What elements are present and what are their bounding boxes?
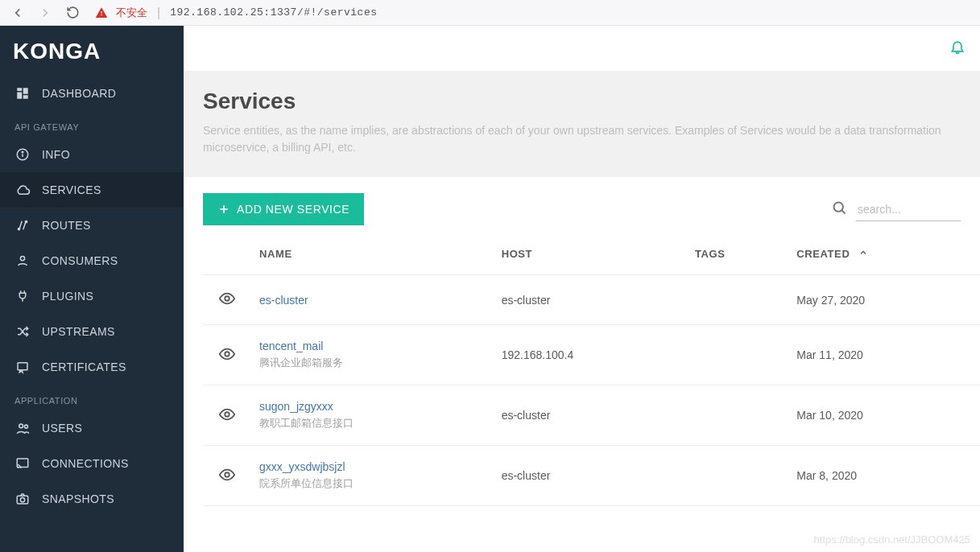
camera-icon bbox=[14, 491, 31, 507]
service-name[interactable]: sugon_jzgyxxx bbox=[259, 400, 486, 413]
col-name[interactable]: NAME bbox=[251, 233, 494, 275]
service-name[interactable]: gxxx_yxsdwjbsjzl bbox=[259, 460, 486, 473]
svg-rect-2 bbox=[17, 93, 22, 99]
col-tags[interactable]: TAGS bbox=[687, 233, 788, 275]
table-row[interactable]: tencent_mail腾讯企业邮箱服务192.168.100.4Mar 11,… bbox=[203, 325, 980, 385]
person-icon bbox=[14, 253, 31, 269]
visibility-icon[interactable] bbox=[218, 297, 236, 310]
visibility-icon[interactable] bbox=[218, 473, 236, 486]
svg-point-11 bbox=[19, 423, 23, 427]
service-created: Mar 8, 2020 bbox=[788, 446, 980, 506]
page-description: Service entities, as the name implies, a… bbox=[203, 122, 961, 156]
sidebar-item-label: PLUGINS bbox=[42, 290, 93, 303]
svg-rect-3 bbox=[23, 95, 28, 99]
svg-line-19 bbox=[842, 210, 846, 213]
main-content: Services Service entities, as the name i… bbox=[184, 26, 980, 552]
insecure-label: 不安全 bbox=[116, 6, 147, 20]
svg-rect-14 bbox=[17, 496, 28, 504]
sidebar-item-label: CONSUMERS bbox=[42, 254, 118, 267]
forward-button[interactable] bbox=[34, 2, 56, 24]
service-tags bbox=[687, 446, 788, 506]
reload-button[interactable] bbox=[61, 2, 84, 24]
svg-rect-0 bbox=[17, 88, 22, 91]
logo: KONGA bbox=[0, 32, 184, 76]
sidebar: KONGA DASHBOARD API GATEWAY INFO SERVICE… bbox=[0, 26, 184, 552]
service-name[interactable]: es-cluster bbox=[259, 294, 486, 307]
page-header: Services Service entities, as the name i… bbox=[184, 71, 980, 177]
sidebar-item-label: SNAPSHOTS bbox=[42, 492, 114, 505]
badge-icon bbox=[14, 359, 31, 375]
service-subtitle: 院系所单位信息接口 bbox=[259, 476, 486, 491]
svg-rect-10 bbox=[18, 363, 27, 370]
search-input[interactable] bbox=[856, 198, 961, 221]
svg-rect-1 bbox=[23, 88, 28, 94]
sidebar-item-dashboard[interactable]: DASHBOARD bbox=[0, 76, 184, 111]
info-icon bbox=[14, 146, 31, 163]
service-host: 192.168.100.4 bbox=[494, 325, 687, 385]
service-tags bbox=[687, 385, 788, 446]
col-created[interactable]: CREATED bbox=[788, 233, 980, 275]
svg-point-15 bbox=[20, 498, 24, 502]
add-new-service-button[interactable]: ADD NEW SERVICE bbox=[203, 193, 364, 225]
sidebar-item-upstreams[interactable]: UPSTREAMS bbox=[0, 314, 184, 349]
back-button[interactable] bbox=[6, 2, 29, 24]
svg-point-8 bbox=[25, 220, 27, 222]
search-icon[interactable] bbox=[831, 200, 848, 220]
services-table: NAME HOST TAGS CREATED es-clusteres-clus… bbox=[203, 233, 980, 506]
sidebar-item-services[interactable]: SERVICES bbox=[0, 172, 184, 208]
browser-bar: 不安全 | 192.168.102.25:1337/#!/services bbox=[0, 0, 980, 26]
sort-asc-icon bbox=[858, 248, 868, 260]
svg-point-7 bbox=[18, 228, 19, 229]
cloud-icon bbox=[14, 182, 31, 198]
sidebar-item-info[interactable]: INFO bbox=[0, 137, 184, 172]
svg-point-6 bbox=[22, 151, 23, 153]
svg-point-20 bbox=[225, 296, 229, 301]
notifications-icon[interactable] bbox=[949, 39, 966, 58]
dashboard-icon bbox=[14, 85, 31, 101]
service-host: es-cluster bbox=[494, 446, 687, 506]
visibility-icon[interactable] bbox=[218, 352, 236, 365]
shuffle-icon bbox=[14, 323, 31, 340]
service-host: es-cluster bbox=[494, 275, 687, 325]
users-icon bbox=[14, 420, 31, 436]
service-tags bbox=[687, 325, 788, 385]
sidebar-item-label: USERS bbox=[42, 422, 82, 435]
sidebar-item-label: SERVICES bbox=[42, 183, 101, 196]
svg-rect-13 bbox=[17, 459, 28, 468]
visibility-icon[interactable] bbox=[218, 413, 236, 426]
sidebar-item-consumers[interactable]: CONSUMERS bbox=[0, 243, 184, 278]
sidebar-item-routes[interactable]: ROUTES bbox=[0, 208, 184, 243]
svg-point-23 bbox=[225, 472, 229, 477]
sidebar-item-users[interactable]: USERS bbox=[0, 410, 184, 446]
svg-point-22 bbox=[225, 412, 229, 417]
svg-point-21 bbox=[225, 352, 229, 356]
sidebar-item-snapshots[interactable]: SNAPSHOTS bbox=[0, 481, 184, 517]
page-title: Services bbox=[203, 89, 961, 114]
service-host: es-cluster bbox=[494, 385, 687, 446]
sidebar-item-plugins[interactable]: PLUGINS bbox=[0, 278, 184, 314]
sidebar-item-label: INFO bbox=[42, 148, 70, 161]
svg-point-12 bbox=[24, 425, 27, 428]
sidebar-section-application: APPLICATION bbox=[0, 385, 184, 410]
service-subtitle: 腾讯企业邮箱服务 bbox=[259, 356, 486, 370]
url-text[interactable]: 192.168.102.25:1337/#!/services bbox=[170, 6, 377, 19]
table-row[interactable]: sugon_jzgyxxx教职工邮箱信息接口es-clusterMar 10, … bbox=[203, 385, 980, 446]
plug-icon bbox=[14, 288, 31, 304]
plus-icon bbox=[217, 203, 230, 216]
topbar bbox=[184, 26, 980, 71]
service-subtitle: 教职工邮箱信息接口 bbox=[259, 416, 486, 430]
col-host[interactable]: HOST bbox=[494, 233, 687, 275]
service-created: Mar 10, 2020 bbox=[788, 385, 980, 446]
service-created: Mar 11, 2020 bbox=[788, 325, 980, 385]
sidebar-item-label: CERTIFICATES bbox=[42, 360, 126, 373]
sidebar-item-connections[interactable]: CONNECTIONS bbox=[0, 446, 184, 481]
toolbar: ADD NEW SERVICE bbox=[184, 193, 980, 233]
sidebar-item-certificates[interactable]: CERTIFICATES bbox=[0, 349, 184, 385]
service-created: May 27, 2020 bbox=[788, 275, 980, 325]
insecure-icon bbox=[95, 6, 108, 19]
sidebar-item-label: CONNECTIONS bbox=[42, 457, 129, 470]
svg-point-18 bbox=[834, 202, 843, 211]
service-name[interactable]: tencent_mail bbox=[259, 340, 486, 352]
table-row[interactable]: gxxx_yxsdwjbsjzl院系所单位信息接口es-clusterMar 8… bbox=[203, 446, 980, 506]
table-row[interactable]: es-clusteres-clusterMay 27, 2020 bbox=[203, 275, 980, 325]
